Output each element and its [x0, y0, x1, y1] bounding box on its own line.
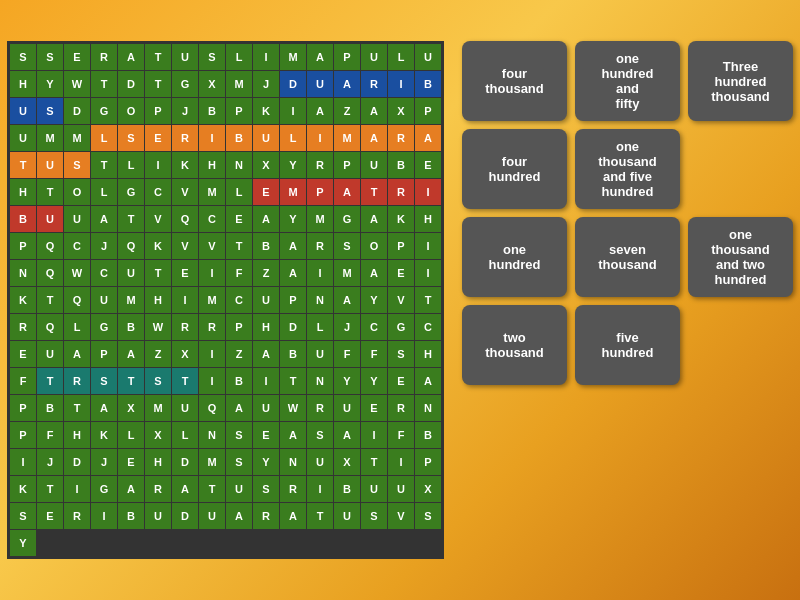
grid-cell: L: [226, 44, 252, 70]
grid-cell: Q: [199, 395, 225, 421]
grid-cell: M: [118, 287, 144, 313]
grid-cell: A: [307, 44, 333, 70]
grid-cell: I: [253, 44, 279, 70]
grid-cell: D: [172, 503, 198, 529]
grid-cell: S: [226, 449, 252, 475]
grid-cell: F: [226, 260, 252, 286]
tile-seven-thousand[interactable]: seven thousand: [575, 217, 680, 297]
tile-empty-2: [688, 305, 793, 385]
grid-cell: Y: [37, 71, 63, 97]
grid-cell: I: [280, 98, 306, 124]
grid-cell: E: [388, 260, 414, 286]
grid-cell: M: [280, 44, 306, 70]
grid-cell: M: [199, 287, 225, 313]
grid-cell: N: [415, 395, 441, 421]
tile-one-hundred[interactable]: one hundred: [462, 217, 567, 297]
grid-cell: O: [118, 98, 144, 124]
tile-empty-1: [688, 129, 793, 209]
tile-one-hundred-fifty[interactable]: one hundred and fifty: [575, 41, 680, 121]
grid-cell: R: [307, 395, 333, 421]
grid-cell: H: [64, 422, 90, 448]
grid-cell: R: [91, 44, 117, 70]
grid-cell: U: [37, 206, 63, 232]
grid-cell: B: [118, 503, 144, 529]
grid-cell: Q: [37, 233, 63, 259]
grid-cell: L: [307, 314, 333, 340]
grid-cell: U: [10, 125, 36, 151]
tile-one-thousand-five-hundred[interactable]: one thousand and five hundred: [575, 129, 680, 209]
grid-cell: G: [118, 179, 144, 205]
grid-cell: R: [253, 503, 279, 529]
grid-cell: M: [145, 395, 171, 421]
grid-cell: L: [280, 125, 306, 151]
grid-cell: M: [64, 125, 90, 151]
grid-cell: E: [361, 395, 387, 421]
grid-cell: U: [145, 503, 171, 529]
grid-cell: S: [64, 152, 90, 178]
grid-cell: J: [37, 449, 63, 475]
grid-cell: L: [91, 125, 117, 151]
grid-cell: X: [253, 152, 279, 178]
grid-cell: M: [334, 125, 360, 151]
grid-cell: B: [415, 422, 441, 448]
grid-cell: H: [199, 152, 225, 178]
grid-cell: A: [118, 476, 144, 502]
grid-cell: Q: [37, 260, 63, 286]
grid-cell: S: [37, 44, 63, 70]
grid-cell: Q: [64, 287, 90, 313]
grid-cell: U: [307, 71, 333, 97]
grid-cell: I: [415, 179, 441, 205]
grid-cell: T: [172, 368, 198, 394]
grid-cell: P: [307, 179, 333, 205]
grid-cell: R: [280, 476, 306, 502]
grid-cell: M: [199, 449, 225, 475]
tile-two-thousand[interactable]: two thousand: [462, 305, 567, 385]
grid-cell: S: [37, 98, 63, 124]
grid-cell: A: [415, 368, 441, 394]
grid-cell: I: [199, 260, 225, 286]
grid-cell: X: [415, 476, 441, 502]
grid-cell: A: [280, 422, 306, 448]
grid-cell: E: [253, 179, 279, 205]
grid-cell: A: [307, 98, 333, 124]
grid-cell: I: [388, 71, 414, 97]
tile-one-thousand-two-hundred[interactable]: one thousand and two hundred: [688, 217, 793, 297]
grid-cell: N: [307, 368, 333, 394]
tile-three-hundred-thousand[interactable]: Three hundred thousand: [688, 41, 793, 121]
grid-cell: H: [253, 314, 279, 340]
tile-four-thousand[interactable]: four thousand: [462, 41, 567, 121]
grid-cell: C: [64, 233, 90, 259]
grid-cell: T: [10, 152, 36, 178]
grid-cell: A: [334, 287, 360, 313]
grid-cell: I: [307, 260, 333, 286]
tile-four-hundred[interactable]: four hundred: [462, 129, 567, 209]
grid-cell: H: [145, 287, 171, 313]
grid-cell: L: [388, 44, 414, 70]
grid-cell: A: [118, 341, 144, 367]
grid-cell: P: [226, 98, 252, 124]
grid-cell: U: [415, 44, 441, 70]
grid-cell: K: [172, 152, 198, 178]
grid-cell: S: [10, 44, 36, 70]
grid-cell: T: [226, 233, 252, 259]
grid-cell: P: [226, 314, 252, 340]
grid-cell: J: [253, 71, 279, 97]
grid-cell: A: [361, 125, 387, 151]
grid-cell: I: [361, 422, 387, 448]
grid-cell: T: [415, 287, 441, 313]
grid-cell: U: [361, 152, 387, 178]
grid-cell: U: [199, 503, 225, 529]
grid-cell: P: [91, 341, 117, 367]
grid-cell: U: [361, 44, 387, 70]
grid-cell: S: [388, 341, 414, 367]
grid-cell: S: [199, 44, 225, 70]
grid-cell: A: [253, 341, 279, 367]
grid-cell: N: [280, 449, 306, 475]
grid-cell: T: [280, 368, 306, 394]
tile-five-hundred[interactable]: five hundred: [575, 305, 680, 385]
grid-cell: D: [64, 98, 90, 124]
grid-cell: X: [334, 449, 360, 475]
grid-cell: F: [10, 368, 36, 394]
grid-cell: S: [226, 422, 252, 448]
word-search-grid: SSERATUSLIMAPULUHYWTDTGXMJDUARIBUSDGOPJB…: [7, 41, 444, 559]
